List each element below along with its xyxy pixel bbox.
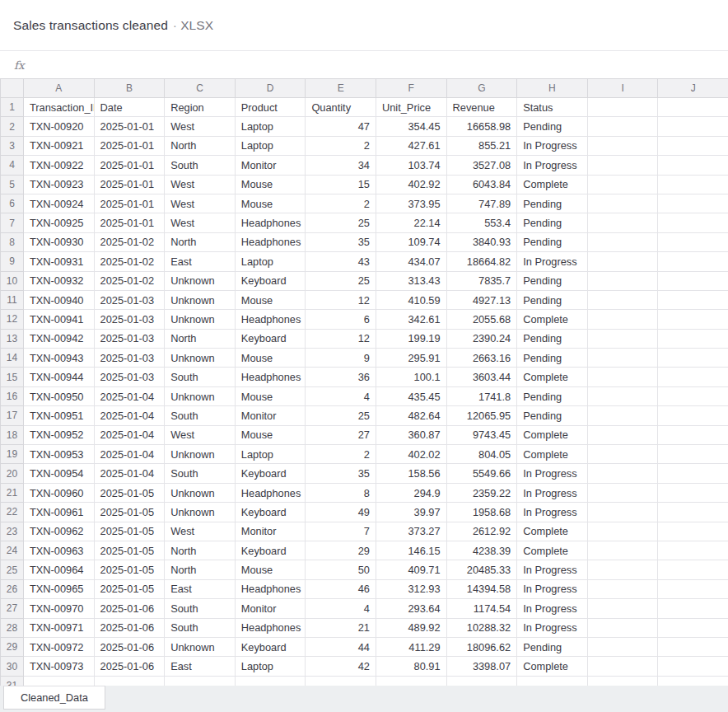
select-all-corner[interactable]	[1, 79, 24, 98]
cell[interactable]: North	[165, 329, 236, 348]
cell[interactable]	[658, 117, 728, 136]
cell[interactable]: 39.97	[376, 503, 446, 522]
cell[interactable]: TXN-00925	[24, 213, 95, 232]
cell[interactable]: Pending	[517, 406, 588, 425]
cell[interactable]: 295.91	[376, 349, 446, 368]
cell[interactable]: 9743.45	[446, 425, 517, 444]
cell[interactable]	[587, 599, 658, 618]
cell[interactable]: 3840.93	[446, 232, 517, 251]
cell[interactable]: TXN-00964	[24, 560, 95, 579]
cell[interactable]: 4927.13	[446, 290, 517, 309]
cell[interactable]: 9	[306, 349, 376, 368]
cell[interactable]: 411.29	[376, 637, 446, 656]
cell[interactable]: 44	[306, 637, 376, 656]
cell[interactable]: Keyboard	[235, 271, 306, 290]
cell[interactable]: 47	[306, 117, 376, 136]
cell[interactable]: TXN-00930	[24, 232, 95, 251]
cell[interactable]: 2663.16	[446, 349, 517, 368]
cell[interactable]: 855.21	[446, 136, 517, 155]
row-number[interactable]: 20	[1, 464, 24, 483]
cell[interactable]: 46	[306, 579, 376, 598]
row-number[interactable]: 16	[1, 386, 24, 405]
cell[interactable]: Mouse	[235, 349, 306, 368]
cell[interactable]: TXN-00941	[24, 310, 95, 329]
cell[interactable]: 15	[306, 175, 376, 194]
cell[interactable]	[658, 637, 728, 656]
cell[interactable]	[376, 676, 446, 686]
cell[interactable]: South	[165, 368, 236, 386]
cell[interactable]: 2025-01-05	[94, 560, 165, 579]
cell[interactable]	[658, 156, 728, 175]
cell[interactable]	[587, 676, 658, 686]
cell[interactable]	[587, 175, 658, 194]
cell[interactable]: 435.45	[376, 386, 446, 405]
cell[interactable]: 199.19	[376, 329, 446, 348]
cell[interactable]: 409.71	[376, 560, 446, 579]
cell[interactable]	[658, 522, 728, 541]
cell[interactable]: Headphones	[235, 232, 306, 251]
cell[interactable]: 313.43	[376, 271, 446, 290]
cell[interactable]	[658, 618, 728, 637]
cell[interactable]: TXN-00970	[24, 599, 95, 618]
cell[interactable]: West	[165, 522, 236, 541]
cell[interactable]	[587, 425, 658, 444]
cell[interactable]: TXN-00972	[24, 637, 95, 656]
cell[interactable]: 6043.84	[446, 175, 517, 194]
cell[interactable]: Pending	[517, 271, 588, 290]
cell[interactable]: Quantity	[306, 98, 376, 117]
cell[interactable]: 50	[306, 560, 376, 579]
cell[interactable]: 2	[306, 194, 376, 213]
cell[interactable]: Headphones	[235, 368, 306, 386]
cell[interactable]: East	[165, 657, 236, 676]
cell[interactable]: 27	[306, 425, 376, 444]
cell[interactable]: West	[165, 213, 236, 232]
cell[interactable]	[587, 349, 658, 368]
cell[interactable]: 2025-01-04	[94, 425, 165, 444]
row-number[interactable]: 22	[1, 503, 24, 522]
cell[interactable]: Headphones	[235, 213, 306, 232]
cell[interactable]: Pending	[517, 117, 588, 136]
cell[interactable]: 373.95	[376, 194, 446, 213]
cell[interactable]: In Progress	[517, 503, 588, 522]
cell[interactable]	[587, 310, 658, 329]
cell[interactable]: Revenue	[446, 98, 517, 117]
cell[interactable]: TXN-00952	[24, 425, 95, 444]
cell[interactable]: In Progress	[517, 464, 588, 483]
cell[interactable]	[658, 368, 728, 386]
cell[interactable]: 3603.44	[446, 368, 517, 386]
cell[interactable]: West	[165, 175, 236, 194]
cell[interactable]: Pending	[517, 386, 588, 405]
cell[interactable]	[587, 290, 658, 309]
cell[interactable]: Unknown	[165, 271, 236, 290]
cell[interactable]: 4238.39	[446, 541, 517, 560]
cell[interactable]: 2025-01-05	[94, 522, 165, 541]
cell[interactable]: 2025-01-01	[94, 156, 165, 175]
column-header-b[interactable]: B	[94, 79, 165, 98]
cell[interactable]: 18664.82	[446, 252, 517, 271]
cell[interactable]: TXN-00961	[24, 503, 95, 522]
cell[interactable]	[658, 136, 728, 155]
cell[interactable]: 4	[306, 599, 376, 618]
cell[interactable]: Laptop	[235, 657, 306, 676]
cell[interactable]: 2025-01-03	[94, 310, 165, 329]
cell[interactable]: 2025-01-02	[94, 232, 165, 251]
row-number[interactable]: 8	[1, 232, 24, 251]
cell[interactable]: 2025-01-02	[94, 252, 165, 271]
cell[interactable]: North	[165, 136, 236, 155]
row-number[interactable]: 18	[1, 425, 24, 444]
column-header-i[interactable]: I	[587, 79, 658, 98]
cell[interactable]	[658, 329, 728, 348]
cell[interactable]	[658, 310, 728, 329]
cell[interactable]	[587, 618, 658, 637]
cell[interactable]: TXN-00920	[24, 117, 95, 136]
cell[interactable]: 2025-01-01	[94, 175, 165, 194]
column-header-d[interactable]: D	[235, 79, 306, 98]
row-number[interactable]: 7	[1, 213, 24, 232]
cell[interactable]: 3398.07	[446, 657, 517, 676]
cell[interactable]	[587, 329, 658, 348]
cell[interactable]: Monitor	[235, 599, 306, 618]
cell[interactable]: TXN-00940	[24, 290, 95, 309]
cell[interactable]: 482.64	[376, 406, 446, 425]
cell[interactable]: 2359.22	[446, 483, 517, 502]
cell[interactable]: 1741.8	[446, 386, 517, 405]
